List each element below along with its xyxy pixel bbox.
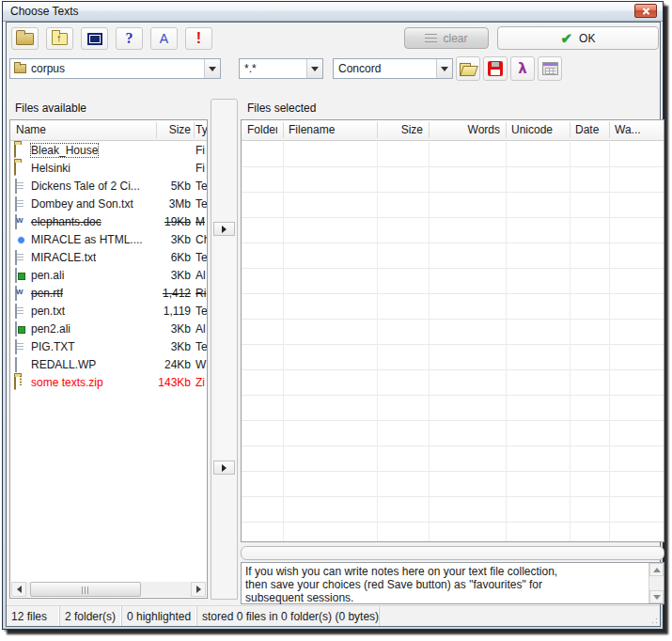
lambda-button[interactable]: λ — [510, 56, 535, 81]
file-row[interactable]: Dickens Tale of 2 Ci...5KbTe — [10, 178, 207, 195]
file-row[interactable]: MIRACLE as HTML....3KbCh — [10, 231, 207, 249]
file-name: MIRACLE.txt — [31, 251, 96, 264]
status-section: 2 folder(s) — [60, 606, 122, 626]
file-size: 1,412 — [140, 287, 191, 300]
favourites-name-field[interactable] — [241, 546, 664, 560]
column-separator[interactable] — [283, 122, 284, 138]
file-row[interactable]: PIG.TXT3KbTe — [10, 338, 207, 356]
close-button[interactable] — [634, 4, 657, 18]
font-button[interactable]: A — [150, 27, 178, 50]
files-available-list[interactable]: Name Size Ty Bleak_HouseFiHelsinkiFiDick… — [9, 119, 208, 599]
resize-grip[interactable] — [647, 613, 658, 624]
clear-button-label: clear — [443, 32, 467, 45]
important-button[interactable]: ! — [185, 27, 212, 50]
strip-drag-area[interactable] — [213, 239, 235, 459]
scroll-left-button[interactable] — [11, 582, 26, 597]
view-icon — [87, 33, 102, 45]
file-name: Helsinki — [31, 162, 70, 175]
file-type: Te — [195, 251, 208, 264]
file-row[interactable]: MIRACLE.txt6KbTe — [10, 249, 207, 267]
file-row[interactable]: pen2.ali3KbAl — [10, 320, 207, 338]
file-type: Te — [195, 305, 208, 318]
column-folder[interactable]: Folder — [247, 123, 277, 136]
column-separator[interactable] — [377, 122, 378, 138]
file-pattern-arrow[interactable] — [306, 59, 322, 78]
help-button[interactable]: ? — [116, 27, 143, 50]
folder-combobox[interactable]: corpus — [9, 58, 221, 79]
column-filename[interactable]: Filename — [289, 123, 371, 136]
notes-box[interactable]: If you wish you can write notes here on … — [241, 562, 664, 604]
file-name: MIRACLE as HTML.... — [31, 233, 142, 246]
file-row[interactable]: Bleak_HouseFi — [10, 142, 207, 160]
files-selected-header[interactable]: FolderFilenameSizeWordsUnicodeDateWa... — [242, 120, 664, 141]
word-file-icon — [15, 214, 17, 229]
column-separator[interactable] — [570, 122, 570, 138]
column-separator[interactable] — [156, 122, 157, 138]
ok-button[interactable]: ✔ OK — [497, 26, 659, 50]
file-name: Dickens Tale of 2 Ci... — [31, 180, 140, 193]
files-selected-table[interactable]: FolderFilenameSizeWordsUnicodeDateWa... — [241, 119, 664, 542]
text-file-icon — [15, 179, 17, 194]
grid-line — [429, 142, 430, 541]
column-type[interactable]: Ty — [195, 123, 208, 136]
grid-line — [506, 142, 507, 541]
tool-combobox[interactable]: Concord — [333, 58, 453, 79]
file-row[interactable]: some texts.zip143KbZi — [10, 374, 207, 392]
column-words[interactable]: Words — [434, 123, 500, 136]
scroll-up-button[interactable] — [649, 563, 664, 576]
status-bar: 12 files2 folder(s)0 highlightedstored 0… — [7, 605, 660, 626]
file-size: 3Mb — [140, 197, 191, 211]
column-wa[interactable]: Wa... — [615, 123, 659, 136]
tool-combobox-arrow[interactable] — [436, 59, 452, 78]
file-row[interactable]: REDALL.WP24KbW — [10, 356, 207, 374]
files-selected-grid[interactable] — [242, 142, 664, 541]
file-row[interactable]: elephants.doc19KbM — [10, 213, 207, 231]
zip-file-icon — [14, 375, 16, 390]
move-right-button-top[interactable] — [213, 222, 235, 236]
scroll-down-button[interactable] — [649, 590, 664, 603]
scroll-right-button[interactable] — [191, 582, 206, 597]
file-row[interactable]: HelsinkiFi — [10, 160, 207, 178]
column-date[interactable]: Date — [575, 123, 603, 136]
scrollbar-thumb[interactable] — [30, 582, 141, 597]
clear-button[interactable]: clear — [404, 27, 489, 49]
move-right-button-bottom[interactable] — [213, 461, 235, 475]
column-name[interactable]: Name — [16, 123, 46, 136]
view-button[interactable] — [81, 27, 108, 50]
blank-file-icon — [15, 357, 17, 372]
files-selected-label: Files selected — [247, 102, 316, 118]
scrollbar-track[interactable] — [26, 582, 191, 597]
chevron-down-icon — [209, 67, 216, 71]
file-pattern-combobox[interactable]: *.* — [239, 58, 323, 79]
column-unicode[interactable]: Unicode — [511, 123, 564, 136]
folder-button[interactable] — [11, 27, 39, 50]
file-name: pen.rtf — [31, 287, 63, 300]
horizontal-scrollbar[interactable] — [11, 582, 206, 597]
notes-scrollbar[interactable] — [649, 563, 664, 603]
files-available-header[interactable]: Name Size Ty — [10, 120, 207, 141]
file-row[interactable]: pen.rtf1,412Ri — [10, 285, 207, 303]
save-favourites-button[interactable] — [483, 56, 508, 81]
folder-combobox-arrow[interactable] — [204, 59, 220, 78]
closed-folder-icon — [16, 33, 34, 45]
file-size: 3Kb — [140, 269, 191, 282]
text-file-icon — [15, 196, 17, 211]
spreadsheet-button[interactable] — [538, 56, 562, 81]
column-separator[interactable] — [506, 122, 507, 138]
file-name: elephants.doc — [31, 215, 102, 228]
folder-up-button[interactable] — [46, 27, 73, 50]
file-row[interactable]: pen.txt1,119Te — [10, 303, 207, 320]
chevron-down-icon — [311, 67, 319, 71]
file-row[interactable]: Dombey and Son.txt3MbTe — [10, 195, 207, 213]
column-separator[interactable] — [194, 122, 195, 138]
open-favourites-button[interactable] — [456, 56, 480, 81]
arrow-right-icon — [222, 464, 227, 472]
column-separator[interactable] — [429, 122, 430, 138]
column-separator[interactable] — [609, 122, 610, 138]
transfer-strip[interactable] — [211, 99, 238, 600]
window-title: Choose Texts — [3, 5, 79, 18]
title-bar[interactable]: Choose Texts — [3, 2, 663, 22]
column-size[interactable]: Size — [383, 123, 423, 136]
column-size[interactable]: Size — [142, 123, 191, 136]
file-row[interactable]: pen.ali3KbAl — [10, 267, 207, 285]
